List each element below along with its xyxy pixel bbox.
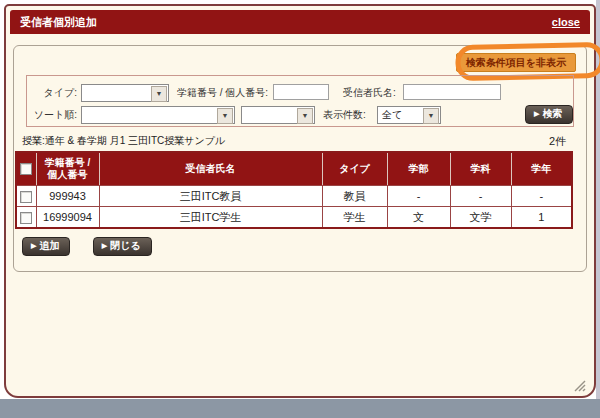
col-header-id-line2: 個人番号 — [37, 169, 99, 181]
sort-order-select[interactable]: ▼ — [81, 106, 235, 124]
add-recipient-dialog: 受信者個別追加 close 検索条件項目を非表示 タイプ: ▼ 学籍番号 / 個… — [4, 4, 596, 398]
close-link[interactable]: close — [552, 10, 580, 34]
id-number-input[interactable] — [273, 84, 329, 100]
display-count-select[interactable]: 全て ▼ — [377, 106, 441, 124]
cell-id: 999943 — [36, 186, 99, 207]
dialog-title: 受信者個別追加 — [20, 10, 97, 34]
search-button[interactable]: ▶検索 — [525, 105, 573, 124]
arrow-right-icon: ▶ — [31, 242, 36, 249]
cell-type: 学生 — [322, 207, 387, 229]
select-all-checkbox[interactable] — [20, 163, 32, 175]
resize-grip-icon[interactable] — [573, 379, 586, 392]
page-background-right — [596, 0, 600, 400]
cell-year: 1 — [511, 207, 572, 229]
display-count-select-value: 全て — [382, 107, 402, 123]
cell-id: 16999094 — [36, 207, 99, 229]
id-number-label: 学籍番号 / 個人番号: — [177, 84, 268, 101]
chevron-down-icon[interactable]: ▼ — [217, 108, 233, 124]
col-header-type: タイプ — [322, 152, 387, 186]
search-conditions-panel: タイプ: ▼ 学籍番号 / 個人番号: 受信者氏名: ソート順: ▼ ▼ 表示件… — [26, 75, 574, 127]
col-header-dept: 学科 — [450, 152, 511, 186]
chevron-down-icon[interactable]: ▼ — [151, 86, 167, 102]
add-button[interactable]: ▶追加 — [22, 237, 70, 256]
result-count-text: 2件 — [549, 134, 566, 149]
row-checkbox[interactable] — [20, 212, 32, 224]
arrow-right-icon: ▶ — [534, 110, 539, 117]
cell-name: 三田ITC学生 — [99, 207, 322, 229]
table-row: 16999094 三田ITC学生 学生 文 文学 1 — [16, 207, 572, 229]
page-background-bottom — [0, 399, 600, 418]
display-count-label: 表示件数: — [323, 106, 366, 123]
close-button[interactable]: ▶閉じる — [93, 237, 152, 256]
arrow-right-icon: ▶ — [102, 242, 107, 249]
close-button-label: 閉じる — [110, 240, 140, 251]
cell-year: - — [511, 186, 572, 207]
sort-order-label: ソート順: — [29, 106, 77, 123]
type-select[interactable]: ▼ — [81, 84, 169, 102]
cell-faculty: - — [387, 186, 450, 207]
chevron-down-icon[interactable]: ▼ — [423, 108, 439, 124]
chevron-down-icon[interactable]: ▼ — [297, 108, 313, 124]
dialog-content-box: 検索条件項目を非表示 タイプ: ▼ 学籍番号 / 個人番号: 受信者氏名: ソー… — [13, 45, 587, 272]
cell-dept: - — [450, 186, 511, 207]
cell-name: 三田ITC教員 — [99, 186, 322, 207]
recipient-table: 学籍番号 / 個人番号 受信者氏名 タイプ 学部 学科 学年 999943 三田… — [15, 151, 573, 229]
class-info-text: 授業:通年 & 春学期 月1 三田ITC授業サンプル — [22, 134, 578, 149]
type-label: タイプ: — [29, 84, 77, 101]
dialog-titlebar: 受信者個別追加 close — [10, 10, 590, 34]
cell-type: 教員 — [322, 186, 387, 207]
cell-dept: 文学 — [450, 207, 511, 229]
recipient-name-label: 受信者氏名: — [343, 84, 396, 101]
search-button-label: 検索 — [542, 108, 562, 119]
sort-direction-select[interactable]: ▼ — [241, 106, 315, 124]
add-button-label: 追加 — [39, 240, 59, 251]
row-checkbox[interactable] — [20, 191, 32, 203]
cell-faculty: 文 — [387, 207, 450, 229]
table-header-row: 学籍番号 / 個人番号 受信者氏名 タイプ 学部 学科 学年 — [16, 152, 572, 186]
col-header-name: 受信者氏名 — [99, 152, 322, 186]
col-header-id-line1: 学籍番号 / — [37, 157, 99, 169]
col-header-faculty: 学部 — [387, 152, 450, 186]
footer-buttons: ▶追加 ▶閉じる — [22, 235, 170, 256]
col-header-year: 学年 — [511, 152, 572, 186]
col-header-id: 学籍番号 / 個人番号 — [36, 152, 99, 186]
table-row: 999943 三田ITC教員 教員 - - - — [16, 186, 572, 207]
recipient-name-input[interactable] — [403, 84, 501, 100]
hide-search-conditions-button[interactable]: 検索条件項目を非表示 — [456, 53, 576, 72]
